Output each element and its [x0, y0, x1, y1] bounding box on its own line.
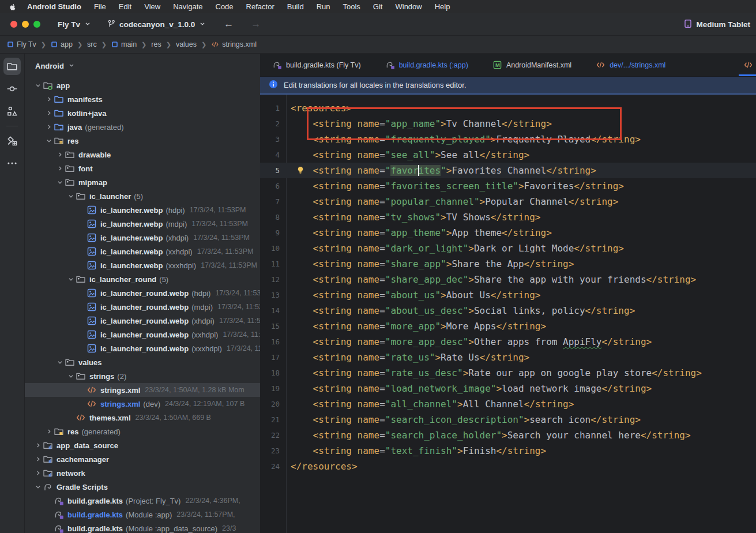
- tree-row-kotlin-java[interactable]: kotlin+java: [25, 106, 260, 120]
- tool-project-folder-button[interactable]: [3, 58, 21, 75]
- code-line-10[interactable]: 10 <string name="dark_or_light">Dark or …: [260, 241, 756, 256]
- breadcrumb-src[interactable]: src: [87, 40, 97, 48]
- breadcrumb-strings-xml[interactable]: strings.xml: [211, 40, 257, 48]
- tool-structure-button[interactable]: [3, 103, 21, 120]
- minimize-window-button[interactable]: [22, 21, 29, 28]
- tree-row-ic-launcher-webp-mdpi[interactable]: ic_launcher.webp(mdpi)17/3/24, 11:53PM: [25, 217, 260, 231]
- tree-row-strings-2[interactable]: strings(2): [25, 369, 260, 383]
- intention-lightbulb-icon[interactable]: [296, 166, 305, 177]
- tree-row-app[interactable]: app: [25, 78, 260, 92]
- menu-file[interactable]: File: [88, 2, 112, 11]
- tree-row-ic-launcher-webp-xhdpi[interactable]: ic_launcher.webp(xhdpi)17/3/24, 11:53PM: [25, 231, 260, 245]
- tree-row-ic-launcher-round-webp-xxhdpi[interactable]: ic_launcher_round.webp(xxhdpi)17/3/24, 1…: [25, 328, 260, 341]
- tree-chevron[interactable]: [33, 483, 43, 491]
- tree-row-themes-xml[interactable]: themes.xml23/3/24, 1:50AM, 669 B: [25, 411, 260, 425]
- tree-row-manifests[interactable]: manifests: [25, 92, 260, 106]
- device-selector[interactable]: Medium Tablet: [683, 19, 750, 30]
- tab-build-gradle-kts-app[interactable]: build.gradle.kts (:app): [373, 54, 480, 76]
- tree-row-ic-launcher-round-webp-hdpi[interactable]: ic_launcher_round.webp(hdpi)17/3/24, 11:…: [25, 286, 260, 300]
- tree-row-build-gradle-kts-module-app-data-source[interactable]: build.gradle.kts(Module :app_data_source…: [25, 521, 260, 533]
- menu-tools[interactable]: Tools: [337, 2, 367, 11]
- tree-chevron[interactable]: [44, 95, 54, 103]
- breadcrumb-res[interactable]: res: [151, 40, 161, 48]
- code-line-2[interactable]: 2 <string name="app_name">Tv Channel</st…: [260, 116, 756, 132]
- code-line-21[interactable]: 21 <string name="search_icon_description…: [260, 412, 756, 427]
- code-line-24[interactable]: 24</resources>: [260, 459, 756, 474]
- tree-row-ic-launcher-webp-hdpi[interactable]: ic_launcher.webp(hdpi)17/3/24, 11:53PM: [25, 203, 260, 217]
- code-line-16[interactable]: 16 <string name="more_app_desc">Other ap…: [260, 334, 756, 350]
- tree-row-gradle-scripts[interactable]: Gradle Scripts: [25, 480, 260, 494]
- code-line-14[interactable]: 14 <string name="about_us_desc">Social l…: [260, 303, 756, 318]
- tree-row-strings-xml-dev[interactable]: strings.xml(dev)24/3/24, 12:19AM, 107 B: [25, 397, 260, 411]
- tree-chevron[interactable]: [44, 123, 54, 131]
- navigate-forward-button[interactable]: →: [251, 18, 261, 30]
- tool-build-hammer-button[interactable]: [3, 132, 21, 149]
- code-line-6[interactable]: 6 <string name="favorites_screen_title">…: [260, 178, 756, 194]
- tree-chevron[interactable]: [33, 441, 43, 449]
- tree-row-strings-xml[interactable]: strings.xml23/3/24, 1:50AM, 1.28 kB Mom: [25, 383, 260, 397]
- tab-dev-strings-xml[interactable]: dev/.../strings.xml: [584, 54, 678, 76]
- code-line-17[interactable]: 17 <string name="rate_us">Rate Us</strin…: [260, 350, 756, 365]
- close-window-button[interactable]: [10, 21, 17, 28]
- code-line-5[interactable]: 5 <string name="favorites">Favorites Cha…: [260, 163, 756, 178]
- code-editor[interactable]: 1<resources>2 <string name="app_name">Tv…: [260, 95, 756, 533]
- code-line-8[interactable]: 8 <string name="tv_shows">TV Shows</stri…: [260, 209, 756, 225]
- tree-chevron[interactable]: [55, 151, 65, 159]
- tree-row-ic-launcher-round-webp-xhdpi[interactable]: ic_launcher_round.webp(xhdpi)17/3/24, 11…: [25, 314, 260, 328]
- tree-row-mipmap[interactable]: mipmap: [25, 175, 260, 189]
- tool-commit-button[interactable]: [3, 80, 21, 97]
- tab-strings-xml[interactable]: [739, 54, 756, 76]
- code-line-9[interactable]: 9 <string name="app_theme">App theme</st…: [260, 225, 756, 241]
- tree-row-network[interactable]: network: [25, 466, 260, 480]
- tree-row-build-gradle-kts-module-app[interactable]: build.gradle.kts(Module :app)23/3/24, 11…: [25, 508, 260, 521]
- code-line-7[interactable]: 7 <string name="popular_channel">Popular…: [260, 194, 756, 209]
- menu-navigate[interactable]: Navigate: [167, 2, 209, 11]
- tree-chevron[interactable]: [44, 109, 54, 117]
- tree-row-ic-launcher-5[interactable]: ic_launcher(5): [25, 189, 260, 203]
- menu-app-name[interactable]: Android Studio: [21, 2, 88, 11]
- code-line-23[interactable]: 23 <string name="text_finish">Finish</st…: [260, 443, 756, 459]
- tree-row-ic-launcher-webp-xxxhdpi[interactable]: ic_launcher.webp(xxxhdpi)17/3/24, 11:53P…: [25, 258, 260, 272]
- code-line-4[interactable]: 4 <string name="see_all">See all</string…: [260, 147, 756, 163]
- tree-chevron[interactable]: [33, 455, 43, 463]
- tree-chevron[interactable]: [33, 81, 43, 89]
- menu-git[interactable]: Git: [367, 2, 389, 11]
- zoom-window-button[interactable]: [33, 21, 40, 28]
- code-line-11[interactable]: 11 <string name="share_app">Share the Ap…: [260, 256, 756, 272]
- breadcrumb-fly-tv[interactable]: Fly Tv: [7, 40, 36, 48]
- code-line-13[interactable]: 13 <string name="about_us">About Us</str…: [260, 287, 756, 303]
- tree-row-res-generated[interactable]: res(generated): [25, 425, 260, 438]
- tree-row-app-data-source[interactable]: app_data_source: [25, 438, 260, 452]
- code-line-18[interactable]: 18 <string name="rate_us_desc">Rate our …: [260, 365, 756, 381]
- tree-row-font[interactable]: font: [25, 162, 260, 175]
- menu-edit[interactable]: Edit: [112, 2, 138, 11]
- tree-chevron[interactable]: [55, 178, 65, 186]
- tree-chevron[interactable]: [66, 192, 76, 200]
- breadcrumb-app[interactable]: app: [51, 40, 73, 48]
- breadcrumb-values[interactable]: values: [176, 40, 197, 48]
- tab-build-gradle-kts-fly-tv[interactable]: build.gradle.kts (Fly Tv): [260, 54, 373, 76]
- apple-logo-icon[interactable]: [7, 2, 16, 11]
- project-selector[interactable]: Fly Tv: [58, 20, 92, 29]
- tree-chevron[interactable]: [33, 469, 43, 477]
- tree-row-values[interactable]: values: [25, 355, 260, 369]
- menu-build[interactable]: Build: [281, 2, 310, 11]
- menu-run[interactable]: Run: [310, 2, 337, 11]
- navigate-back-button[interactable]: ←: [224, 18, 234, 30]
- tab-androidmanifest-xml[interactable]: MAndroidManifest.xml: [480, 54, 584, 76]
- tree-chevron[interactable]: [66, 275, 76, 283]
- tree-chevron[interactable]: [55, 164, 65, 172]
- code-line-3[interactable]: 3 <string name="frequently_played">Frequ…: [260, 132, 756, 147]
- tree-row-ic-launcher-round-5[interactable]: ic_launcher_round(5): [25, 272, 260, 286]
- tree-chevron[interactable]: [44, 427, 54, 436]
- tree-row-ic-launcher-round-webp-xxxhdpi[interactable]: ic_launcher_round.webp(xxxhdpi)17/3/24, …: [25, 341, 260, 355]
- git-branch-selector[interactable]: codecanyon_v_1.0.0: [107, 19, 206, 30]
- tree-row-java-generated[interactable]: java(generated): [25, 120, 260, 134]
- menu-refactor[interactable]: Refactor: [240, 2, 281, 11]
- tree-row-res[interactable]: res: [25, 134, 260, 148]
- tree-row-ic-launcher-webp-xxhdpi[interactable]: ic_launcher.webp(xxhdpi)17/3/24, 11:53PM: [25, 245, 260, 258]
- tool-more-button[interactable]: [3, 155, 21, 172]
- tree-row-ic-launcher-round-webp-mdpi[interactable]: ic_launcher_round.webp(mdpi)17/3/24, 11:…: [25, 300, 260, 314]
- menu-window[interactable]: Window: [389, 2, 428, 11]
- translations-banner[interactable]: Edit translations for all locales in the…: [260, 77, 756, 95]
